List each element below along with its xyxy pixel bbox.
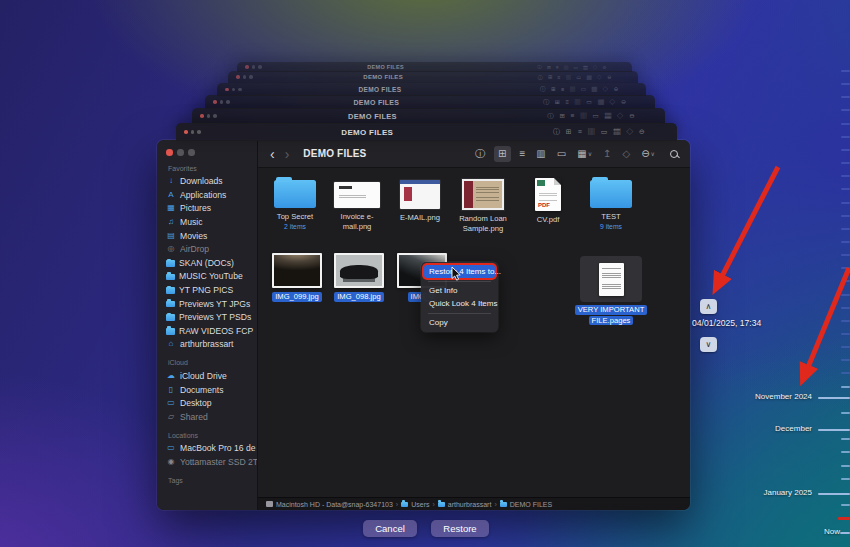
sidebar-item-shared[interactable]: ▱Shared (166, 410, 257, 424)
back-button[interactable]: ‹ (270, 146, 275, 162)
context-menu-item-get-info[interactable]: Get Info (421, 284, 498, 297)
timeline-label-now[interactable]: Now (824, 527, 840, 536)
photo-thumbnail (272, 253, 322, 288)
sidebar-item-raw-videos-fcp[interactable]: RAW VIDEOS FCP (166, 324, 257, 338)
sidebar-item-skan-docs[interactable]: SKAN (DOCs) (166, 256, 257, 270)
timeline-tick[interactable] (841, 202, 850, 204)
file-very-important-file-pages[interactable] (580, 256, 642, 302)
file-test[interactable]: TEST9 items (582, 176, 640, 230)
timeline-tick[interactable] (841, 109, 850, 111)
timeline-tick[interactable] (841, 96, 850, 98)
search-icon[interactable] (664, 150, 680, 158)
timeline-tick[interactable] (841, 451, 850, 453)
timeline-tick[interactable] (841, 70, 850, 72)
sidebar-item-movies[interactable]: ▤Movies (166, 229, 257, 243)
restore-button[interactable]: Restore (431, 520, 489, 537)
timeline-current-tick[interactable] (838, 517, 850, 520)
info-icon[interactable]: ⓘ (473, 147, 487, 161)
sidebar-item-icon: A (166, 190, 176, 200)
path-item-arthurbrassart[interactable]: arthurbrassart (438, 501, 492, 508)
sidebar-item-music-youtube[interactable]: MUSIC YouTube (166, 270, 257, 284)
context-menu-item-copy[interactable]: Copy (421, 316, 498, 329)
sidebar-item-yt-png-pics[interactable]: YT PNG PICS (166, 283, 257, 297)
file-top-secret[interactable]: Top Secret2 items (266, 176, 324, 230)
timeline-tick[interactable] (841, 83, 850, 85)
sidebar-item-yottamaster-ssd-2tb[interactable]: ◉Yottamaster SSD 2TB (166, 455, 257, 469)
timeline-tick[interactable] (841, 504, 850, 506)
finder-main: ‹ › DEMO FILES ⓘ⊞≡▥▭▦∨↥◇⊖∨ Top Secret2 i… (258, 140, 690, 510)
sidebar-item-label: AirDrop (180, 244, 209, 254)
context-menu-item-quick-look-4-items[interactable]: Quick Look 4 Items (421, 297, 498, 310)
timeline-tick[interactable] (841, 215, 850, 217)
sidebar-item-previews-yt-psds[interactable]: Previews YT PSDs (166, 310, 257, 324)
timeline-tick[interactable] (841, 359, 850, 361)
path-item-users[interactable]: Users (401, 501, 429, 508)
view-columns-icon[interactable]: ▥ (534, 147, 547, 161)
sidebar-item-pictures[interactable]: ▦Pictures (166, 202, 257, 216)
timeline-tick[interactable] (841, 267, 850, 269)
sidebar-item-applications[interactable]: AApplications (166, 188, 257, 202)
timeline-down-button[interactable]: ∨ (700, 337, 717, 352)
sidebar-item-previews-yt-jpgs[interactable]: Previews YT JPGs (166, 297, 257, 311)
file-thumbnail (272, 253, 322, 288)
file-random-loan-sample-png[interactable]: Random Loan Sample.png (454, 176, 512, 233)
timeline-tick[interactable] (841, 478, 850, 480)
timeline-tick-labeled[interactable] (840, 532, 850, 534)
timeline-tick[interactable] (841, 149, 850, 151)
sidebar-item-downloads[interactable]: ↓Downloads (166, 175, 257, 189)
timeline-up-button[interactable]: ∧ (700, 299, 717, 314)
sidebar-item-arthurbrassart[interactable]: ⌂arthurbrassart (166, 338, 257, 352)
timeline-tick[interactable] (841, 280, 850, 282)
tag-icon[interactable]: ◇ (621, 147, 633, 161)
group-icon[interactable]: ▦∨ (575, 147, 594, 161)
file-cv-pdf[interactable]: PDFCV.pdf (519, 176, 577, 225)
file-invoice-e-mail-png[interactable]: Invoice e-mail.png (328, 176, 386, 231)
timeline-tick[interactable] (841, 307, 850, 309)
sidebar-item-desktop[interactable]: ▭Desktop (166, 396, 257, 410)
context-menu-item-restore-4-items-to[interactable]: Restore 4 Items to... (424, 265, 495, 278)
view-gallery-icon[interactable]: ▭ (555, 147, 568, 161)
timeline-tick[interactable] (841, 386, 850, 388)
timeline-tick[interactable] (841, 320, 850, 322)
timeline-label-november-2024[interactable]: November 2024 (755, 392, 812, 401)
file-img-099-jpg[interactable]: IMG_099.jpg (268, 253, 326, 302)
timeline-tick[interactable] (841, 123, 850, 125)
timeline-tick[interactable] (841, 188, 850, 190)
timeline-tick[interactable] (841, 372, 850, 374)
close-button[interactable] (166, 149, 173, 156)
timeline-tick-labeled[interactable] (818, 429, 850, 431)
path-item-demo-files[interactable]: DEMO FILES (500, 501, 552, 508)
sidebar-item-label: MacBook Pro 16 de Ar... (180, 443, 258, 453)
sidebar-item-music[interactable]: ♫Music (166, 215, 257, 229)
sidebar-item-airdrop[interactable]: ◎AirDrop (166, 242, 257, 256)
timeline-tick[interactable] (841, 465, 850, 467)
timeline-tick-labeled[interactable] (818, 397, 850, 399)
cancel-button[interactable]: Cancel (363, 520, 417, 537)
more-icon[interactable]: ⊖∨ (639, 147, 657, 161)
view-grid-icon[interactable]: ⊞ (494, 146, 510, 162)
timeline-tick[interactable] (841, 438, 850, 440)
pdf-badge: PDF (538, 202, 550, 208)
timeline-label-january-2025[interactable]: January 2025 (764, 488, 812, 497)
file-img-098-jpg[interactable]: IMG_098.jpg (330, 253, 388, 302)
timeline-tick[interactable] (841, 162, 850, 164)
sidebar-item-macbook-pro-16-de-ar[interactable]: ▭MacBook Pro 16 de Ar... (166, 442, 257, 456)
timeline-tick-labeled[interactable] (818, 493, 850, 495)
timeline-tick[interactable] (841, 241, 850, 243)
timeline-tick[interactable] (841, 294, 850, 296)
timeline-tick[interactable] (841, 136, 850, 138)
timeline-tick[interactable] (841, 333, 850, 335)
sidebar-item-documents[interactable]: ▯Documents (166, 383, 257, 397)
path-item-macintosh-hd-data-snap-6347103[interactable]: Macintosh HD - Data@snap-6347103 (266, 501, 393, 508)
sidebar-item-icloud-drive[interactable]: ☁iCloud Drive (166, 369, 257, 383)
forward-button[interactable]: › (285, 146, 290, 162)
timeline-tick[interactable] (841, 412, 850, 414)
timeline-tick[interactable] (841, 228, 850, 230)
view-list-icon[interactable]: ≡ (518, 147, 528, 161)
timeline-tick[interactable] (841, 254, 850, 256)
timeline-tick[interactable] (841, 175, 850, 177)
timeline-label-december[interactable]: December (775, 424, 812, 433)
share-icon[interactable]: ↥ (601, 147, 613, 161)
file-e-mail-png[interactable]: E-MAIL.png (391, 176, 449, 223)
timeline-tick[interactable] (841, 346, 850, 348)
